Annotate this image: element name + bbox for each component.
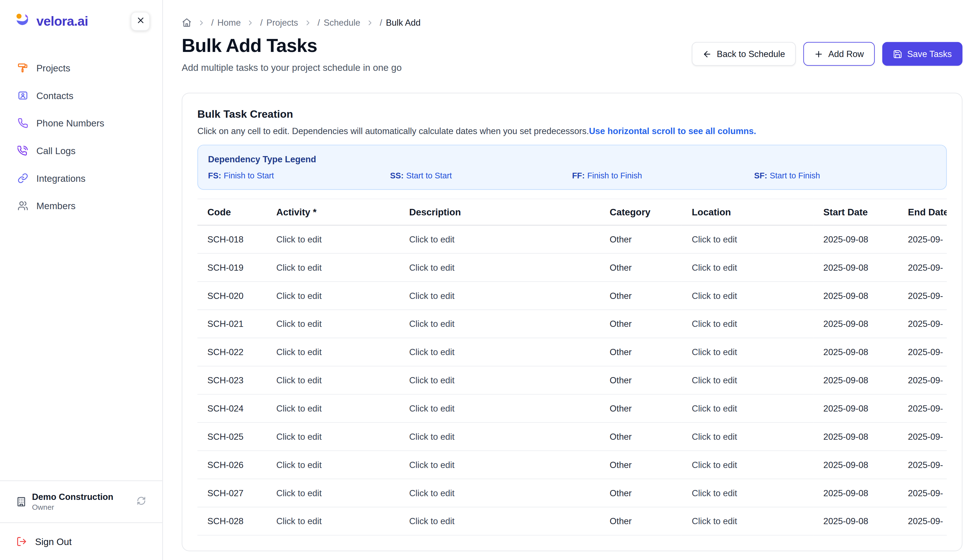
cell-location[interactable]: Click to edit: [682, 394, 813, 423]
cell-activity[interactable]: Click to edit: [266, 366, 399, 394]
cell-code[interactable]: SCH-020: [197, 282, 266, 310]
cell-category[interactable]: Other: [599, 394, 682, 423]
sidebar-item-phone-numbers[interactable]: Phone Numbers: [0, 109, 162, 137]
cell-start_date[interactable]: 2025-09-08: [813, 479, 898, 507]
cell-description[interactable]: Click to edit: [399, 310, 599, 338]
cell-description[interactable]: Click to edit: [399, 253, 599, 282]
cell-activity[interactable]: Click to edit: [266, 423, 399, 451]
cell-activity[interactable]: Click to edit: [266, 225, 399, 253]
cell-location[interactable]: Click to edit: [682, 451, 813, 479]
cell-start_date[interactable]: 2025-09-08: [813, 507, 898, 535]
sidebar-item-projects[interactable]: Projects: [0, 54, 162, 82]
cell-end_date[interactable]: 2025-09-: [898, 253, 947, 282]
cell-end_date[interactable]: 2025-09-: [898, 451, 947, 479]
cell-location[interactable]: Click to edit: [682, 479, 813, 507]
cell-end_date[interactable]: 2025-09-: [898, 479, 947, 507]
sidebar-item-call-logs[interactable]: Call Logs: [0, 137, 162, 164]
cell-activity[interactable]: Click to edit: [266, 507, 399, 535]
cell-code[interactable]: SCH-023: [197, 366, 266, 394]
cell-description[interactable]: Click to edit: [399, 507, 599, 535]
cell-start_date[interactable]: 2025-09-08: [813, 338, 898, 366]
cell-description[interactable]: Click to edit: [399, 423, 599, 451]
cell-end_date[interactable]: 2025-09-: [898, 394, 947, 423]
cell-code[interactable]: SCH-025: [197, 423, 266, 451]
save-tasks-button[interactable]: Save Tasks: [882, 42, 963, 66]
legend-title: Dependency Type Legend: [208, 154, 936, 164]
cell-activity[interactable]: Click to edit: [266, 253, 399, 282]
cell-description[interactable]: Click to edit: [399, 451, 599, 479]
cell-category[interactable]: Other: [599, 282, 682, 310]
cell-category[interactable]: Other: [599, 507, 682, 535]
back-to-schedule-button[interactable]: Back to Schedule: [692, 42, 796, 66]
cell-category[interactable]: Other: [599, 338, 682, 366]
cell-start_date[interactable]: 2025-09-08: [813, 423, 898, 451]
paint-roller-icon: [18, 62, 28, 73]
cell-location[interactable]: Click to edit: [682, 366, 813, 394]
cell-code[interactable]: SCH-019: [197, 253, 266, 282]
cell-end_date[interactable]: 2025-09-: [898, 423, 947, 451]
sign-out-button[interactable]: Sign Out: [0, 523, 162, 560]
sidebar-nav: ProjectsContactsPhone NumbersCall LogsIn…: [0, 54, 162, 219]
cell-end_date[interactable]: 2025-09-: [898, 366, 947, 394]
cell-category[interactable]: Other: [599, 366, 682, 394]
cell-location[interactable]: Click to edit: [682, 507, 813, 535]
cell-location[interactable]: Click to edit: [682, 282, 813, 310]
cell-location[interactable]: Click to edit: [682, 310, 813, 338]
cell-description[interactable]: Click to edit: [399, 479, 599, 507]
cell-code[interactable]: SCH-022: [197, 338, 266, 366]
cell-code[interactable]: SCH-018: [197, 225, 266, 253]
refresh-workspace-button[interactable]: [137, 496, 146, 508]
cell-activity[interactable]: Click to edit: [266, 451, 399, 479]
sidebar-item-integrations[interactable]: Integrations: [0, 164, 162, 192]
cell-description[interactable]: Click to edit: [399, 338, 599, 366]
cell-category[interactable]: Other: [599, 253, 682, 282]
cell-end_date[interactable]: 2025-09-: [898, 507, 947, 535]
cell-description[interactable]: Click to edit: [399, 282, 599, 310]
cell-category[interactable]: Other: [599, 451, 682, 479]
cell-end_date[interactable]: 2025-09-: [898, 310, 947, 338]
cell-start_date[interactable]: 2025-09-08: [813, 310, 898, 338]
breadcrumb-item-schedule[interactable]: /Schedule: [317, 18, 360, 28]
sidebar-close-button[interactable]: [131, 12, 150, 31]
cell-end_date[interactable]: 2025-09-: [898, 338, 947, 366]
cell-location[interactable]: Click to edit: [682, 253, 813, 282]
cell-location[interactable]: Click to edit: [682, 423, 813, 451]
cell-end_date[interactable]: 2025-09-: [898, 225, 947, 253]
velora-logo[interactable]: velora.ai: [14, 11, 88, 31]
cell-start_date[interactable]: 2025-09-08: [813, 253, 898, 282]
breadcrumb-item-home[interactable]: /Home: [211, 18, 241, 28]
cell-description[interactable]: Click to edit: [399, 394, 599, 423]
cell-start_date[interactable]: 2025-09-08: [813, 366, 898, 394]
cell-category[interactable]: Other: [599, 310, 682, 338]
cell-activity[interactable]: Click to edit: [266, 282, 399, 310]
cell-activity[interactable]: Click to edit: [266, 338, 399, 366]
velora-logo-text: velora.ai: [37, 14, 88, 29]
tasks-table-scroll-area[interactable]: CodeActivity *DescriptionCategoryLocatio…: [197, 198, 947, 535]
cell-code[interactable]: SCH-026: [197, 451, 266, 479]
cell-code[interactable]: SCH-021: [197, 310, 266, 338]
app-viewport: velora.ai ProjectsContactsPhone NumbersC…: [0, 0, 975, 560]
cell-start_date[interactable]: 2025-09-08: [813, 451, 898, 479]
cell-code[interactable]: SCH-024: [197, 394, 266, 423]
cell-category[interactable]: Other: [599, 423, 682, 451]
cell-description[interactable]: Click to edit: [399, 225, 599, 253]
cell-activity[interactable]: Click to edit: [266, 310, 399, 338]
cell-start_date[interactable]: 2025-09-08: [813, 394, 898, 423]
cell-category[interactable]: Other: [599, 479, 682, 507]
cell-end_date[interactable]: 2025-09-: [898, 282, 947, 310]
cell-code[interactable]: SCH-027: [197, 479, 266, 507]
cell-description[interactable]: Click to edit: [399, 366, 599, 394]
home-icon[interactable]: [182, 18, 192, 28]
cell-category[interactable]: Other: [599, 225, 682, 253]
cell-start_date[interactable]: 2025-09-08: [813, 282, 898, 310]
sidebar-item-contacts[interactable]: Contacts: [0, 81, 162, 109]
add-row-button[interactable]: Add Row: [803, 42, 875, 66]
sidebar-item-members[interactable]: Members: [0, 192, 162, 219]
breadcrumb-item-projects[interactable]: /Projects: [260, 18, 298, 28]
cell-activity[interactable]: Click to edit: [266, 479, 399, 507]
cell-location[interactable]: Click to edit: [682, 225, 813, 253]
cell-code[interactable]: SCH-028: [197, 507, 266, 535]
cell-activity[interactable]: Click to edit: [266, 394, 399, 423]
cell-start_date[interactable]: 2025-09-08: [813, 225, 898, 253]
cell-location[interactable]: Click to edit: [682, 338, 813, 366]
